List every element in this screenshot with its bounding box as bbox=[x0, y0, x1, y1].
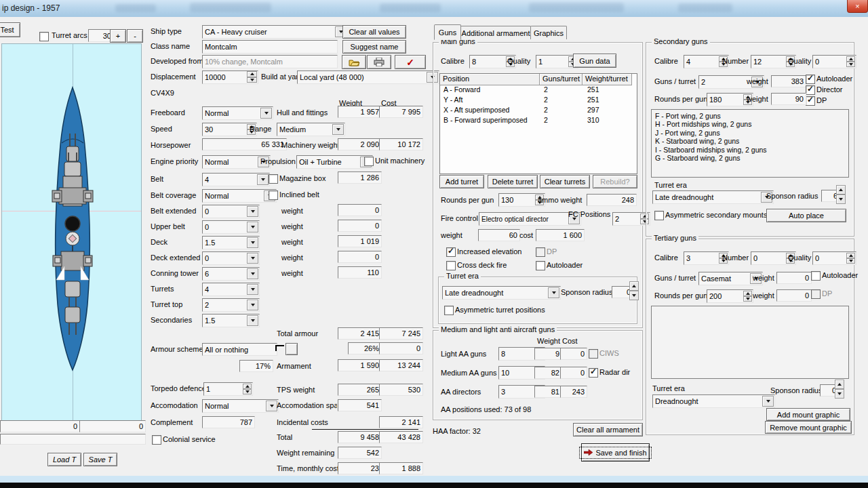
sec-quality-label: Quality bbox=[788, 57, 811, 65]
main-autoloader-checkbox[interactable] bbox=[536, 261, 545, 270]
displacement-fine-stepper[interactable] bbox=[247, 71, 257, 83]
sec-dp-checkbox[interactable] bbox=[806, 96, 815, 106]
close-button[interactable]: × bbox=[847, 0, 868, 13]
turret-table-row[interactable]: A - Forward2251 bbox=[440, 85, 637, 96]
total-separator bbox=[312, 429, 418, 430]
speed-stepper[interactable]: 30 bbox=[202, 123, 257, 136]
fc-cost-value: 1 600 bbox=[536, 229, 585, 241]
main-quality-stepper[interactable]: 1 bbox=[536, 55, 578, 68]
freeboard-select[interactable]: Normal bbox=[202, 106, 273, 120]
tab-graphics[interactable]: Graphics bbox=[530, 26, 567, 39]
main-dp-checkbox[interactable] bbox=[536, 247, 545, 257]
remove-mount-graphic-button[interactable]: Remove mount graphic bbox=[765, 421, 852, 434]
auto-place-button[interactable]: Auto place bbox=[766, 209, 846, 222]
main-calibre-label: Calibre bbox=[441, 57, 465, 65]
deck-extended-select[interactable]: 0 bbox=[202, 251, 260, 265]
sec-ammo-weight-label: weight bbox=[747, 95, 768, 103]
gun-data-button[interactable]: Gun data bbox=[573, 54, 616, 68]
suggest-name-button[interactable]: Suggest name bbox=[342, 40, 406, 54]
tab-guns[interactable]: Guns bbox=[434, 24, 461, 40]
secondary-position-item[interactable]: F - Port wing, 2 guns bbox=[655, 112, 845, 120]
ter-turret-era-select[interactable]: Dreadnought bbox=[652, 394, 775, 408]
secondary-positions-list[interactable]: F - Port wing, 2 gunsH - Port midships w… bbox=[651, 109, 849, 178]
add-turret-button[interactable]: Add turret bbox=[439, 175, 484, 188]
ter-rounds-stepper[interactable]: 200 bbox=[707, 289, 753, 303]
turret-table[interactable]: Position Guns/turret Weight/turret A - F… bbox=[439, 73, 637, 174]
ter-autoloader-checkbox[interactable] bbox=[811, 271, 821, 281]
turret-top-select[interactable]: 2 bbox=[202, 298, 260, 312]
propulsion-select[interactable]: Oil + Turbine bbox=[296, 155, 373, 169]
arc-plus-button[interactable]: + bbox=[110, 29, 126, 43]
accomodation-select[interactable]: Normal bbox=[202, 399, 279, 413]
class-name-input[interactable]: Montcalm bbox=[202, 40, 338, 54]
belt-select[interactable]: 4 bbox=[202, 173, 270, 186]
delete-turret-button[interactable]: Delete turret bbox=[488, 175, 538, 188]
main-sponson-stepper[interactable] bbox=[629, 281, 639, 300]
validate-button[interactable]: ✓ bbox=[395, 55, 426, 69]
main-turret-era-select[interactable]: Late dreadnought bbox=[442, 286, 561, 300]
ter-sponson-stepper[interactable] bbox=[835, 380, 844, 399]
belt-coverage-select[interactable]: Normal bbox=[202, 189, 277, 203]
secondary-position-item[interactable]: H - Port midships wing, 2 guns bbox=[655, 120, 845, 128]
turret-table-row[interactable]: Y - Aft2251 bbox=[440, 96, 637, 106]
sec-autoloader-label: Autoloader bbox=[816, 75, 852, 83]
sec-sponson-stepper[interactable] bbox=[836, 185, 846, 204]
turret-table-header: Position Guns/turret Weight/turret bbox=[440, 74, 637, 85]
range-select[interactable]: Medium bbox=[277, 123, 345, 136]
turrets-select[interactable]: 4 bbox=[202, 283, 260, 296]
ter-quality-stepper[interactable]: 0 bbox=[812, 251, 856, 265]
deck-select[interactable]: 1.5 bbox=[202, 236, 260, 249]
secondary-position-item[interactable]: K - Starboard wing, 2 guns bbox=[655, 137, 845, 145]
sec-autoloader-checkbox[interactable] bbox=[806, 75, 815, 84]
turret-table-row[interactable]: B - Forward superimposed2310 bbox=[440, 116, 637, 126]
ter-dp-checkbox[interactable] bbox=[811, 289, 821, 299]
test-button[interactable]: Test bbox=[0, 22, 20, 37]
clear-all-armament-button[interactable]: Clear all armament bbox=[573, 423, 643, 436]
load-template-button[interactable]: Load T bbox=[47, 453, 81, 466]
fc-positions-stepper[interactable]: 2 bbox=[612, 212, 650, 226]
turret-arcs-checkbox[interactable] bbox=[39, 32, 49, 41]
sec-turret-era-select[interactable]: Late dreadnought bbox=[652, 190, 774, 204]
add-mount-graphic-button[interactable]: Add mount graphic bbox=[766, 408, 850, 421]
sec-quality-stepper[interactable]: 0 bbox=[812, 55, 856, 68]
rebuild-button[interactable]: Rebuild? bbox=[593, 175, 637, 188]
developed-from-input: 10% change, Montcalm bbox=[202, 55, 338, 68]
clear-all-values-button[interactable]: Clear all values bbox=[342, 25, 406, 39]
torpedo-defence-stepper[interactable]: 1 bbox=[203, 382, 253, 396]
medium-aa-weight: 82 bbox=[534, 367, 562, 379]
arc-minus-button[interactable]: - bbox=[127, 29, 143, 43]
turret-table-row[interactable]: X - Aft superimposed2297 bbox=[440, 106, 637, 116]
colonial-service-checkbox[interactable] bbox=[152, 435, 161, 445]
armour-scheme-value[interactable]: All or nothing bbox=[202, 343, 277, 356]
sec-director-checkbox[interactable] bbox=[806, 85, 815, 95]
secondary-position-item[interactable]: I - Starboard midships wing, 2 guns bbox=[655, 146, 845, 154]
ciws-checkbox[interactable] bbox=[589, 349, 598, 359]
save-template-button[interactable]: Save T bbox=[83, 453, 117, 466]
open-file-button[interactable] bbox=[342, 55, 366, 69]
ship-top-view-canvas[interactable] bbox=[1, 43, 142, 422]
ter-calibre-label: Calibre bbox=[654, 253, 678, 262]
upper-belt-select[interactable]: 0 bbox=[202, 220, 260, 234]
secondary-position-item[interactable]: G - Starboard wing, 2 guns bbox=[655, 154, 845, 162]
increased-elevation-checkbox[interactable] bbox=[446, 247, 456, 257]
cross-deck-fire-checkbox[interactable] bbox=[446, 261, 456, 270]
clear-turrets-button[interactable]: Clear turrets bbox=[540, 175, 590, 188]
print-button[interactable] bbox=[367, 55, 391, 69]
belt-extended-select[interactable]: 0 bbox=[202, 205, 260, 218]
inclined-belt-checkbox[interactable] bbox=[269, 190, 278, 200]
conning-tower-select[interactable]: 6 bbox=[202, 267, 260, 281]
ship-type-select[interactable]: CA - Heavy cruiser bbox=[202, 25, 348, 39]
armour-scheme-button[interactable] bbox=[285, 343, 298, 355]
asymmetric-secondary-checkbox[interactable] bbox=[654, 211, 664, 220]
unit-machinery-checkbox[interactable] bbox=[364, 157, 374, 166]
secondary-position-item[interactable]: J - Port wing, 2 guns bbox=[655, 129, 845, 137]
fire-control-select[interactable]: Electro optical director bbox=[479, 212, 581, 226]
secondaries-select[interactable]: 1.5 bbox=[202, 314, 260, 327]
radar-dir-checkbox[interactable] bbox=[589, 368, 598, 378]
sec-number-label: Number bbox=[722, 57, 749, 65]
save-and-finish-button[interactable]: Save and finish bbox=[581, 443, 650, 462]
magazine-box-checkbox[interactable] bbox=[269, 174, 278, 184]
build-at-yard-select[interactable]: Local yard (48 000) bbox=[297, 70, 439, 84]
asymmetric-turret-checkbox[interactable] bbox=[444, 306, 454, 315]
tertiary-positions-list[interactable] bbox=[651, 306, 849, 379]
